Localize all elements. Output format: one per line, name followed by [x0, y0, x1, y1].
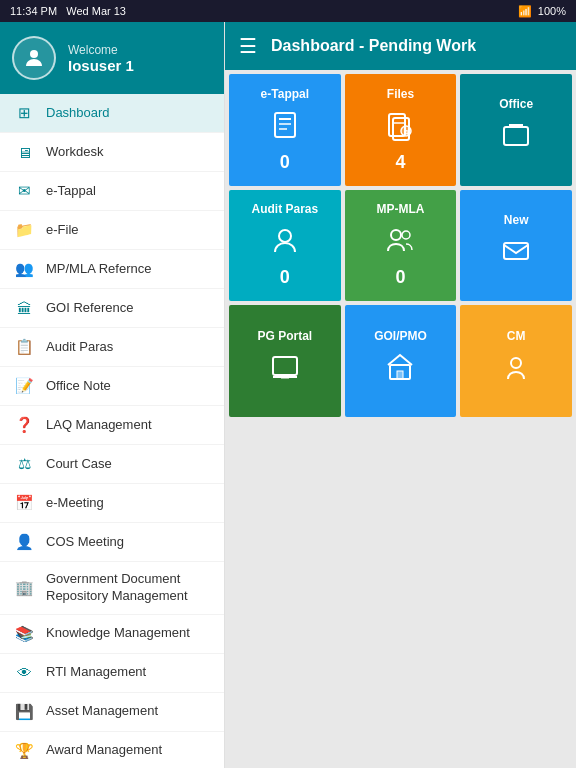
avatar	[12, 36, 56, 80]
sidebar-header: Welcome Iosuser 1	[0, 22, 224, 94]
sidebar-items-list: ⊞ Dashboard 🖥 Workdesk ✉ e-Tappal 📁 e-Fi…	[0, 94, 224, 768]
sidebar-item-cosmeeting[interactable]: 👤 COS Meeting	[0, 523, 224, 562]
tile-goipmo[interactable]: GOI/PMO	[345, 305, 457, 417]
svg-point-11	[279, 230, 291, 242]
sidebar-item-govdocrepo[interactable]: 🏢 Government Document Repository Managem…	[0, 562, 224, 615]
svg-rect-19	[397, 371, 403, 379]
tile-count-etappal: 0	[280, 152, 290, 173]
sidebar-label-workdesk: Workdesk	[46, 144, 210, 161]
sidebar-label-etappal: e-Tappal	[46, 183, 210, 200]
sidebar-label-govdocrepo: Government Document Repository Managemen…	[46, 571, 210, 605]
status-time: 11:34 PM	[10, 5, 57, 17]
top-bar: ☰ Dashboard - Pending Work	[225, 22, 576, 70]
tile-label-cm: CM	[507, 329, 526, 343]
tile-new[interactable]: New	[460, 190, 572, 302]
sidebar-label-goiref: GOI Reference	[46, 300, 210, 317]
sidebar-icon-efile: 📁	[14, 220, 34, 240]
svg-text:4: 4	[404, 128, 409, 137]
tile-label-new: New	[504, 213, 529, 227]
tile-label-office: Office	[499, 97, 533, 111]
tile-label-auditparas: Audit Paras	[251, 202, 318, 216]
tile-icon-files: 4	[384, 109, 416, 148]
sidebar-label-cosmeeting: COS Meeting	[46, 534, 210, 551]
tile-files[interactable]: Files 4 4	[345, 74, 457, 186]
sidebar-item-etappal[interactable]: ✉ e-Tappal	[0, 172, 224, 211]
sidebar-label-courtcase: Court Case	[46, 456, 210, 473]
sidebar-icon-laqmgmt: ❓	[14, 415, 34, 435]
sidebar-item-dashboard[interactable]: ⊞ Dashboard	[0, 94, 224, 133]
sidebar-item-workdesk[interactable]: 🖥 Workdesk	[0, 133, 224, 172]
tile-label-pgportal: PG Portal	[257, 329, 312, 343]
sidebar-label-auditparas: Audit Paras	[46, 339, 210, 356]
app-container: Welcome Iosuser 1 ⊞ Dashboard 🖥 Workdesk…	[0, 22, 576, 768]
battery-text: 100%	[538, 5, 566, 17]
main-panel: ☰ Dashboard - Pending Work e-Tappal 0 Fi…	[225, 22, 576, 768]
sidebar-item-goiref[interactable]: 🏛 GOI Reference	[0, 289, 224, 328]
svg-rect-10	[504, 127, 528, 145]
tile-count-auditparas: 0	[280, 267, 290, 288]
tile-count-files: 4	[395, 152, 405, 173]
sidebar-item-officenote[interactable]: 📝 Office Note	[0, 367, 224, 406]
status-bar: 11:34 PM Wed Mar 13 📶 100%	[0, 0, 576, 22]
tile-icon-new	[500, 235, 532, 274]
tile-pgportal[interactable]: PG Portal	[229, 305, 341, 417]
tile-label-mpmla: MP-MLA	[376, 202, 424, 216]
hamburger-icon[interactable]: ☰	[239, 34, 257, 58]
welcome-block: Welcome Iosuser 1	[68, 43, 134, 74]
svg-point-0	[30, 50, 38, 58]
status-right: 📶 100%	[518, 5, 566, 18]
sidebar-icon-asset: 💾	[14, 702, 34, 722]
sidebar-item-asset[interactable]: 💾 Asset Management	[0, 693, 224, 732]
sidebar-item-knowledge[interactable]: 📚 Knowledge Management	[0, 615, 224, 654]
status-time-date: 11:34 PM Wed Mar 13	[10, 5, 126, 17]
svg-rect-15	[273, 357, 297, 375]
top-bar-title: Dashboard - Pending Work	[271, 37, 476, 55]
tile-icon-goipmo	[384, 351, 416, 390]
tile-icon-etappal	[269, 109, 301, 148]
sidebar-item-courtcase[interactable]: ⚖ Court Case	[0, 445, 224, 484]
sidebar-icon-mpmla: 👥	[14, 259, 34, 279]
sidebar-icon-workdesk: 🖥	[14, 142, 34, 162]
tile-etappal[interactable]: e-Tappal 0	[229, 74, 341, 186]
tile-icon-pgportal	[269, 351, 301, 390]
svg-rect-14	[504, 243, 528, 259]
svg-rect-1	[275, 113, 295, 137]
tile-mpmla[interactable]: MP-MLA 0	[345, 190, 457, 302]
sidebar-item-emeeting[interactable]: 📅 e-Meeting	[0, 484, 224, 523]
sidebar-label-rti: RTI Management	[46, 664, 210, 681]
tile-label-files: Files	[387, 87, 414, 101]
sidebar-label-emeeting: e-Meeting	[46, 495, 210, 512]
sidebar: Welcome Iosuser 1 ⊞ Dashboard 🖥 Workdesk…	[0, 22, 225, 768]
sidebar-item-rti[interactable]: 👁 RTI Management	[0, 654, 224, 693]
tile-label-etappal: e-Tappal	[261, 87, 309, 101]
tile-icon-office	[500, 119, 532, 158]
tile-auditparas[interactable]: Audit Paras 0	[229, 190, 341, 302]
sidebar-label-knowledge: Knowledge Management	[46, 625, 210, 642]
sidebar-icon-etappal: ✉	[14, 181, 34, 201]
sidebar-icon-govdocrepo: 🏢	[14, 578, 34, 598]
tile-label-goipmo: GOI/PMO	[374, 329, 427, 343]
tile-office[interactable]: Office	[460, 74, 572, 186]
tile-icon-cm	[500, 351, 532, 390]
sidebar-item-auditparas[interactable]: 📋 Audit Paras	[0, 328, 224, 367]
sidebar-item-award[interactable]: 🏆 Award Management	[0, 732, 224, 768]
sidebar-icon-rti: 👁	[14, 663, 34, 683]
status-date: Wed Mar 13	[66, 5, 126, 17]
sidebar-label-officenote: Office Note	[46, 378, 210, 395]
tile-cm[interactable]: CM	[460, 305, 572, 417]
sidebar-item-laqmgmt[interactable]: ❓ LAQ Management	[0, 406, 224, 445]
wifi-icon: 📶	[518, 5, 532, 18]
sidebar-item-mpmla[interactable]: 👥 MP/MLA Refernce	[0, 250, 224, 289]
dashboard-grid: e-Tappal 0 Files 4 4 Office Audit Paras …	[225, 70, 576, 768]
sidebar-label-award: Award Management	[46, 742, 210, 759]
sidebar-icon-courtcase: ⚖	[14, 454, 34, 474]
sidebar-icon-goiref: 🏛	[14, 298, 34, 318]
sidebar-icon-emeeting: 📅	[14, 493, 34, 513]
sidebar-icon-officenote: 📝	[14, 376, 34, 396]
tile-icon-mpmla	[384, 224, 416, 263]
sidebar-item-efile[interactable]: 📁 e-File	[0, 211, 224, 250]
username-label: Iosuser 1	[68, 57, 134, 74]
sidebar-icon-award: 🏆	[14, 741, 34, 761]
sidebar-label-efile: e-File	[46, 222, 210, 239]
tile-icon-auditparas	[269, 224, 301, 263]
